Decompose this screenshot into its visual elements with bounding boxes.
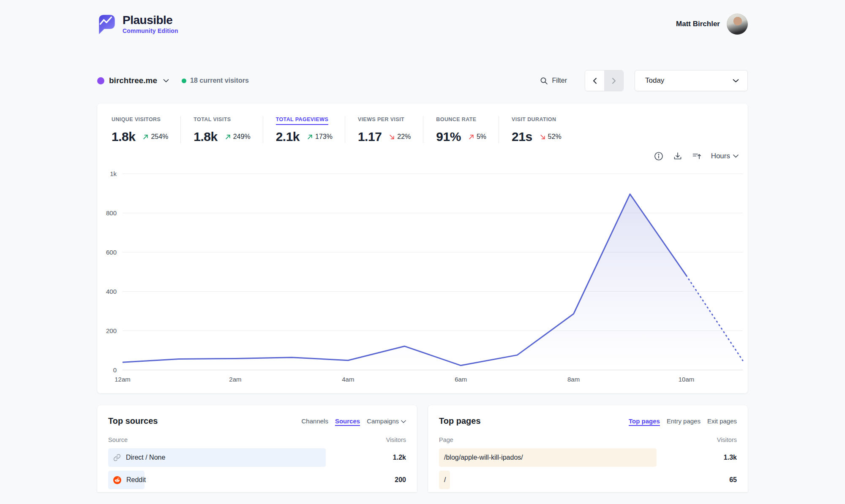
trend-up-arrow-icon: 249% <box>225 133 251 141</box>
dashboard-toolbar: birchtree.me 18 current visitors Filter <box>97 70 748 92</box>
page-row-blog-apple-will-kill-ipados[interactable]: /blog/apple-will-kill-ipados/1.3k <box>439 448 737 467</box>
y-axis-tick: 0 <box>113 366 117 374</box>
top-sources-tabs: ChannelsSourcesCampaigns <box>302 417 406 425</box>
current-visitors-label: 18 current visitors <box>190 77 249 84</box>
column-header-source: Source <box>108 436 128 443</box>
info-icon <box>654 152 663 161</box>
top-pages-card: Top pages Top pagesEntry pagesExit pages… <box>428 405 748 492</box>
stat-views-per-visit[interactable]: VIEWS PER VISIT1.1722% <box>345 115 423 144</box>
stat-value: 1.8k <box>112 130 135 144</box>
brand-subtitle: Community Edition <box>123 27 178 34</box>
trend-down-arrow-icon: 22% <box>389 133 411 141</box>
chevron-right-icon <box>612 78 616 84</box>
tab-channels[interactable]: Channels <box>302 417 328 425</box>
stat-change-value: 254% <box>151 133 168 141</box>
trend-down-arrow-icon: 52% <box>540 133 562 141</box>
stat-total-pageviews[interactable]: TOTAL PAGEVIEWS2.1k173% <box>263 115 345 144</box>
plausible-logo[interactable]: Plausible Community Edition <box>97 13 178 35</box>
site-favicon <box>97 77 104 84</box>
row-visitors-value: 1.2k <box>393 454 406 461</box>
user-avatar[interactable] <box>727 14 748 35</box>
chevron-down-icon <box>733 79 739 83</box>
x-axis-tick: 2am <box>229 376 241 383</box>
filter-label: Filter <box>552 77 567 84</box>
chart-area-fill <box>123 194 743 370</box>
export-button[interactable] <box>673 152 682 161</box>
stat-bounce-rate[interactable]: BOUNCE RATE91%5% <box>423 115 499 144</box>
live-dot-icon <box>182 79 186 83</box>
interval-picker[interactable]: Hours <box>711 152 739 160</box>
stat-label: VIEWS PER VISIT <box>358 117 404 125</box>
segments-button[interactable] <box>692 152 701 161</box>
stat-change-value: 173% <box>315 133 333 141</box>
app-header: Plausible Community Edition Matt Birchle… <box>97 0 748 35</box>
current-visitors[interactable]: 18 current visitors <box>182 77 249 84</box>
x-axis-tick: 4am <box>342 376 354 383</box>
info-button[interactable] <box>654 152 663 161</box>
row-label: Reddit <box>126 476 146 484</box>
column-header-visitors: Visitors <box>717 436 737 443</box>
source-row-reddit[interactable]: Reddit200 <box>108 471 406 489</box>
site-name: birchtree.me <box>109 76 157 85</box>
date-range-value: Today <box>645 76 664 85</box>
page-row-[interactable]: /65 <box>439 471 737 489</box>
stat-value: 1.8k <box>194 130 217 144</box>
analytics-card: UNIQUE VISITORS1.8k254%TOTAL VISITS1.8k2… <box>97 103 748 393</box>
row-label: / <box>444 476 446 484</box>
gridline <box>123 370 743 370</box>
chevron-down-icon <box>401 417 406 425</box>
source-row-direct-none[interactable]: Direct / None1.2k <box>108 448 406 467</box>
date-range-picker[interactable]: Today <box>635 70 748 91</box>
stat-visit-duration[interactable]: VISIT DURATION21s52% <box>499 115 574 144</box>
tab-sources[interactable]: Sources <box>335 417 360 425</box>
x-axis-tick: 6am <box>455 376 467 383</box>
y-axis-tick: 200 <box>106 327 117 334</box>
plausible-logo-icon <box>97 13 117 35</box>
stat-value: 21s <box>512 130 532 144</box>
pageviews-chart[interactable]: 1k800600400200012am2am4am6am8am10am <box>123 173 743 370</box>
row-visitors-value: 200 <box>395 476 406 484</box>
stat-value: 91% <box>436 130 461 144</box>
top-sources-rows: Direct / None1.2kReddit200 <box>108 448 406 489</box>
brand-title: Plausible <box>123 14 178 26</box>
stat-unique-visitors[interactable]: UNIQUE VISITORS1.8k254% <box>100 115 181 144</box>
y-axis-tick: 400 <box>106 288 117 295</box>
reddit-icon <box>113 476 121 484</box>
chevron-down-icon <box>163 79 169 83</box>
next-period-button[interactable] <box>604 70 623 91</box>
top-pages-tabs: Top pagesEntry pagesExit pages <box>629 417 737 425</box>
prev-period-button[interactable] <box>585 70 604 91</box>
y-axis-tick: 1k <box>110 170 117 177</box>
row-visitors-value: 1.3k <box>724 454 737 461</box>
pageviews-line-chart[interactable] <box>123 173 743 370</box>
link-icon <box>113 454 121 461</box>
search-icon <box>540 77 548 85</box>
y-axis-tick: 600 <box>106 249 117 256</box>
user-menu[interactable]: Matt Birchler <box>676 14 748 35</box>
chevron-left-icon <box>593 78 597 84</box>
breakdown-cards: Top sources ChannelsSourcesCampaigns Sou… <box>97 405 748 492</box>
stat-total-visits[interactable]: TOTAL VISITS1.8k249% <box>181 115 263 144</box>
chevron-down-icon <box>733 154 739 158</box>
x-axis-tick: 12am <box>114 376 131 383</box>
top-sources-card: Top sources ChannelsSourcesCampaigns Sou… <box>97 405 417 492</box>
filter-button[interactable]: Filter <box>540 77 567 85</box>
date-nav <box>585 70 624 91</box>
list-up-arrow-icon <box>692 152 701 161</box>
tab-entry-pages[interactable]: Entry pages <box>667 417 701 425</box>
tab-top-pages[interactable]: Top pages <box>629 417 660 425</box>
download-icon <box>673 152 682 161</box>
tab-exit-pages[interactable]: Exit pages <box>707 417 737 425</box>
interval-value: Hours <box>711 152 730 160</box>
row-label: /blog/apple-will-kill-ipados/ <box>444 454 523 461</box>
stat-change-value: 5% <box>477 133 486 141</box>
stat-label: VISIT DURATION <box>512 117 556 125</box>
trend-up-arrow-icon: 254% <box>142 133 168 141</box>
top-pages-title: Top pages <box>439 416 481 426</box>
top-sources-title: Top sources <box>108 416 158 426</box>
site-picker[interactable]: birchtree.me <box>97 76 169 85</box>
row-label: Direct / None <box>126 454 165 461</box>
user-name: Matt Birchler <box>676 20 720 28</box>
stat-value: 1.17 <box>358 130 382 144</box>
tab-campaigns[interactable]: Campaigns <box>367 417 406 425</box>
